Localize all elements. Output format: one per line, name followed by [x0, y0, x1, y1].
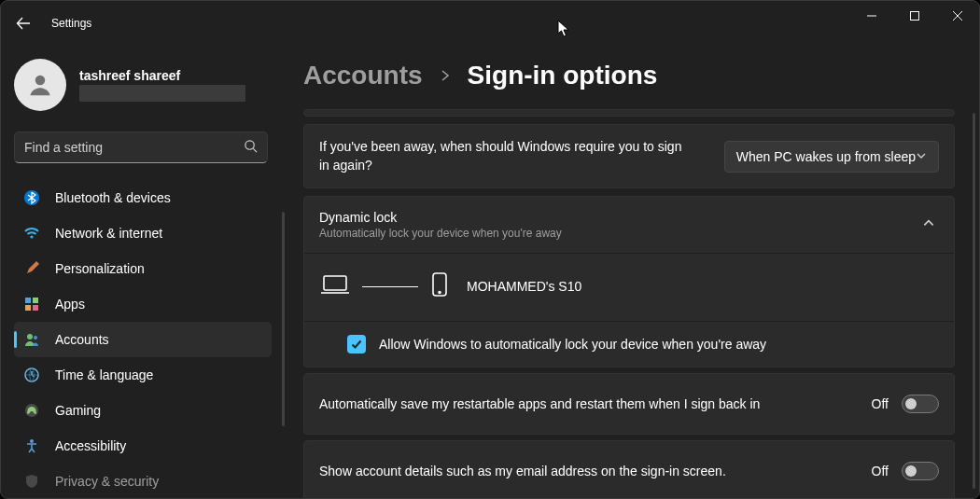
- nav-list: Bluetooth & devices Network & internet P…: [14, 180, 272, 499]
- svg-point-16: [439, 292, 441, 294]
- maximize-button[interactable]: [893, 1, 936, 31]
- sidebar-item-label: Privacy & security: [55, 474, 159, 489]
- svg-point-13: [30, 439, 34, 443]
- device-connection-line: [362, 286, 418, 287]
- sidebar-item-accounts[interactable]: Accounts: [14, 322, 272, 357]
- profile-block[interactable]: tashreef shareef: [14, 53, 281, 117]
- require-signin-dropdown[interactable]: When PC wakes up from sleep: [724, 141, 939, 173]
- svg-rect-14: [324, 276, 346, 290]
- dynamic-lock-title: Dynamic lock: [319, 210, 562, 225]
- titlebar: Settings: [1, 1, 979, 46]
- svg-point-2: [245, 140, 254, 148]
- phone-icon: [431, 272, 448, 300]
- window-controls: [850, 1, 979, 31]
- dynamic-lock-body: MOHAMMED's S10: [304, 253, 954, 321]
- person-icon: [26, 71, 54, 99]
- paintbrush-icon: [23, 260, 40, 277]
- restart-apps-label: Automatically save my restartable apps a…: [319, 396, 760, 411]
- restart-apps-toggle[interactable]: [902, 395, 939, 413]
- sidebar-item-label: Network & internet: [55, 226, 162, 241]
- svg-point-4: [30, 235, 33, 238]
- require-signin-label: If you've been away, when should Windows…: [319, 138, 693, 174]
- dynamic-lock-checkbox-row[interactable]: Allow Windows to automatically lock your…: [304, 321, 954, 367]
- app-title: Settings: [46, 17, 91, 30]
- shield-icon: [23, 473, 40, 490]
- paired-device-name: MOHAMMED's S10: [467, 279, 581, 294]
- search-icon: [244, 139, 258, 157]
- back-button[interactable]: [1, 1, 46, 46]
- close-icon: [953, 11, 962, 21]
- dynamic-lock-checkbox-label: Allow Windows to automatically lock your…: [379, 337, 766, 352]
- settings-window: Settings tashreef shareef: [0, 0, 980, 499]
- dropdown-value: When PC wakes up from sleep: [736, 149, 916, 164]
- check-icon: [350, 338, 363, 351]
- content-pane: Accounts Sign-in options If you've been …: [290, 46, 979, 498]
- sidebar-item-time-language[interactable]: Time & language: [14, 357, 272, 393]
- content-scrollbar[interactable]: [973, 113, 975, 489]
- toggle-group: Off: [872, 462, 939, 480]
- svg-point-9: [27, 334, 33, 340]
- minimize-icon: [867, 11, 876, 21]
- wifi-icon: [23, 225, 40, 242]
- laptop-icon: [321, 274, 349, 298]
- sidebar-item-apps[interactable]: Apps: [14, 286, 272, 322]
- chevron-right-icon: [440, 66, 451, 86]
- accessibility-icon: [23, 437, 40, 454]
- avatar: [14, 59, 66, 111]
- svg-point-1: [35, 76, 46, 86]
- svg-rect-7: [25, 305, 31, 311]
- arrow-left-icon: [16, 16, 31, 31]
- dynamic-lock-section: Dynamic lock Automatically lock your dev…: [303, 196, 955, 367]
- svg-rect-5: [25, 298, 31, 303]
- profile-email-redacted: [79, 85, 245, 102]
- sidebar-item-label: Accessibility: [55, 438, 126, 453]
- left-pane: tashreef shareef Bluetooth & devices: [1, 46, 290, 498]
- sidebar-item-accessibility[interactable]: Accessibility: [14, 428, 272, 464]
- close-button[interactable]: [936, 1, 979, 31]
- profile-name: tashreef shareef: [79, 68, 245, 83]
- svg-point-10: [34, 336, 37, 340]
- dynamic-lock-checkbox[interactable]: [347, 335, 366, 353]
- sidebar-item-personalization[interactable]: Personalization: [14, 251, 272, 286]
- bluetooth-icon: [23, 189, 40, 206]
- sidebar-item-label: Personalization: [55, 261, 145, 276]
- search-input[interactable]: [24, 140, 244, 155]
- search-row[interactable]: [14, 132, 268, 163]
- dynamic-lock-subtitle: Automatically lock your device when you'…: [319, 227, 562, 240]
- globe-clock-icon: [23, 367, 40, 383]
- sidebar-item-bluetooth[interactable]: Bluetooth & devices: [14, 180, 272, 215]
- profile-text: tashreef shareef: [79, 68, 245, 102]
- breadcrumb: Accounts Sign-in options: [303, 61, 955, 90]
- require-signin-row: If you've been away, when should Windows…: [303, 124, 955, 188]
- sidebar-item-label: Accounts: [55, 332, 109, 347]
- toggle-state-label: Off: [872, 464, 889, 478]
- sidebar-item-label: Gaming: [55, 403, 101, 418]
- svg-rect-8: [33, 305, 38, 311]
- sidebar-item-label: Time & language: [55, 367, 153, 382]
- sidebar-item-privacy[interactable]: Privacy & security: [14, 464, 272, 499]
- chevron-up-icon: [922, 216, 939, 233]
- show-account-details-row[interactable]: Show account details such as my email ad…: [303, 440, 955, 499]
- sidebar-scrollbar[interactable]: [282, 212, 285, 426]
- minimize-button[interactable]: [850, 1, 893, 31]
- restart-apps-row[interactable]: Automatically save my restartable apps a…: [303, 373, 955, 435]
- toggle-state-label: Off: [872, 396, 889, 411]
- gaming-icon: [23, 402, 40, 419]
- toggle-group: Off: [872, 395, 939, 413]
- maximize-icon: [910, 11, 919, 21]
- sidebar-item-label: Bluetooth & devices: [55, 190, 171, 205]
- sidebar-item-label: Apps: [55, 297, 85, 312]
- svg-rect-6: [33, 298, 38, 303]
- chevron-down-icon: [916, 149, 927, 164]
- dynamic-lock-header[interactable]: Dynamic lock Automatically lock your dev…: [304, 197, 954, 253]
- show-account-details-label: Show account details such as my email ad…: [319, 464, 726, 478]
- sidebar-item-network[interactable]: Network & internet: [14, 215, 272, 251]
- collapsed-section-bar[interactable]: [303, 109, 955, 117]
- breadcrumb-current: Sign-in options: [468, 61, 658, 90]
- show-account-details-toggle[interactable]: [902, 462, 939, 480]
- svg-rect-0: [911, 12, 919, 21]
- accounts-icon: [23, 331, 40, 348]
- breadcrumb-parent[interactable]: Accounts: [303, 61, 423, 90]
- sidebar-item-gaming[interactable]: Gaming: [14, 393, 272, 428]
- apps-icon: [23, 296, 40, 312]
